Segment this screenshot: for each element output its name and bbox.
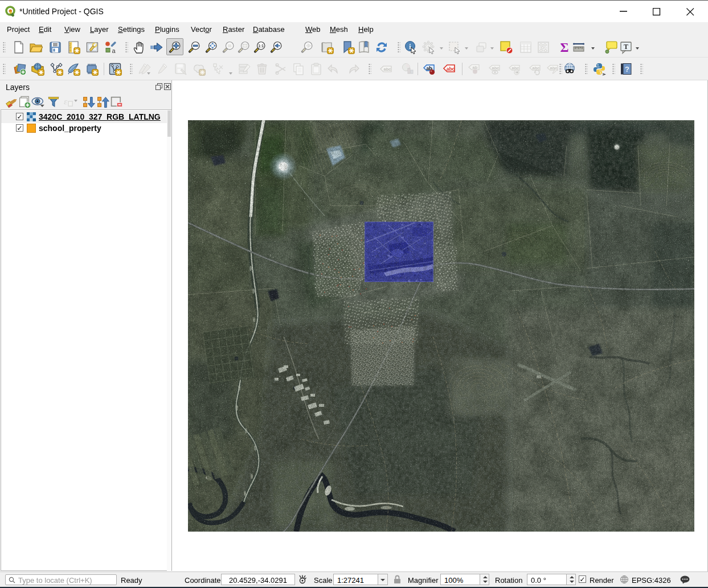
svg-text:ε: ε xyxy=(64,96,68,106)
svg-text:a: a xyxy=(112,47,116,54)
svg-text:Σ: Σ xyxy=(560,40,568,54)
svg-text:abc: abc xyxy=(533,66,540,71)
svg-text:✳: ✳ xyxy=(199,69,205,76)
svg-text:abc: abc xyxy=(447,66,455,72)
svg-text:ab: ab xyxy=(473,65,478,70)
svg-text:abc: abc xyxy=(492,66,500,71)
svg-text:T: T xyxy=(624,43,628,51)
svg-text:1:1: 1:1 xyxy=(258,44,264,48)
svg-text:?: ? xyxy=(625,65,629,74)
svg-text:abc: abc xyxy=(384,67,391,72)
svg-text:abc: abc xyxy=(512,66,519,71)
